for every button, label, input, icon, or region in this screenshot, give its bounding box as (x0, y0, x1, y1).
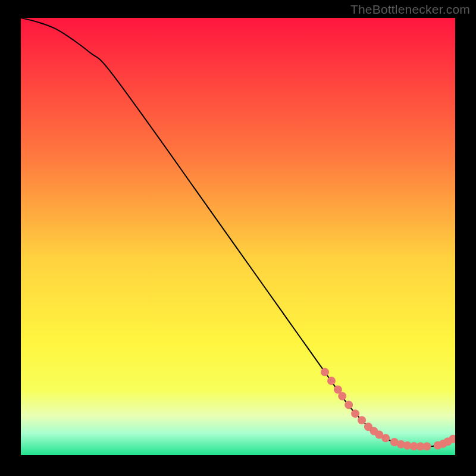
data-marker (345, 400, 353, 409)
watermark-text: TheBottlenecker.com (350, 2, 470, 17)
data-marker (321, 368, 329, 376)
data-marker (338, 392, 346, 400)
data-marker (358, 416, 366, 424)
data-marker (381, 434, 390, 442)
data-marker (423, 442, 431, 450)
chart-stage: TheBottlenecker.com (0, 0, 476, 476)
chart-svg (21, 18, 455, 455)
data-marker (351, 409, 359, 418)
gradient-background (21, 18, 455, 455)
plot-area (21, 18, 455, 455)
data-marker (327, 377, 336, 385)
